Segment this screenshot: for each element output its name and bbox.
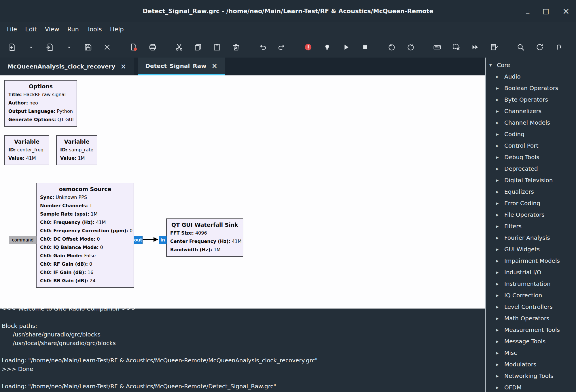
menu-item[interactable]: Tools xyxy=(83,24,106,35)
hook-arrow-button[interactable] xyxy=(553,41,565,53)
book-pencil-icon xyxy=(490,43,499,52)
menu-item[interactable]: View xyxy=(41,24,63,35)
tree-item[interactable]: ▸ Impairment Models xyxy=(486,255,576,267)
flowgraph-canvas[interactable]: Options Title:HackRF raw signal Author:n… xyxy=(0,75,485,309)
tree-item[interactable]: ▸ Measurement Tools xyxy=(486,324,576,336)
paste-button[interactable] xyxy=(211,41,223,53)
chevron-down-icon xyxy=(28,44,34,50)
tab-close-icon[interactable]: × xyxy=(120,63,126,70)
chevron-right-icon: ▸ xyxy=(496,292,501,298)
chevron-right-icon: ▸ xyxy=(496,166,501,172)
keyboard-button[interactable] xyxy=(431,41,443,53)
menu-item[interactable]: Run xyxy=(63,24,83,35)
new-file-dropdown-button[interactable] xyxy=(25,41,37,53)
tree-item[interactable]: ▸ Digital Television xyxy=(486,174,576,186)
screen-print-button[interactable] xyxy=(147,41,159,53)
copy-button[interactable] xyxy=(192,41,204,53)
tree-item[interactable]: ▸ Error Coding xyxy=(486,197,576,209)
fast-forward-button[interactable] xyxy=(469,41,481,53)
undo-button[interactable] xyxy=(257,41,269,53)
minimize-button[interactable]: _ xyxy=(526,6,529,14)
out-port[interactable]: out xyxy=(134,236,143,244)
chevron-right-icon: ▸ xyxy=(496,200,501,206)
execute-button[interactable] xyxy=(340,41,352,53)
tree-item[interactable]: ▸ Filters xyxy=(486,220,576,232)
toolbar xyxy=(0,37,576,58)
documentation-button[interactable] xyxy=(488,41,500,53)
variable-samp-rate-block[interactable]: Variable ID:samp_rate Value:1M xyxy=(56,135,97,165)
menu-item[interactable]: File xyxy=(3,24,21,35)
tree-item[interactable]: ▸ Byte Operators xyxy=(486,94,576,105)
lightbulb-button[interactable] xyxy=(321,41,333,53)
block-title: osmocom Source xyxy=(37,183,134,193)
tree-item[interactable]: ▸ Coding xyxy=(486,128,576,140)
main-area: McQueenAnalysis_clock_recovery × Detect_… xyxy=(0,58,576,392)
tree-item-label: Channelizers xyxy=(504,108,541,115)
tree-item[interactable]: ▸ Equalizers xyxy=(486,186,576,197)
close-button[interactable]: × xyxy=(562,7,570,16)
tree-item[interactable]: ▸ Instrumentation xyxy=(486,278,576,290)
open-file-dropdown-button[interactable] xyxy=(63,41,75,53)
osmocom-source-block[interactable]: osmocom Source Sync:Unknown PPS Number C… xyxy=(36,183,134,288)
tree-item[interactable]: ▸ Fourier Analysis xyxy=(486,232,576,243)
tree-item[interactable]: ▸ Debug Tools xyxy=(486,151,576,163)
block-param: Center Frequency (Hz):41M xyxy=(167,237,243,246)
command-message-port[interactable]: command xyxy=(9,236,37,244)
tree-item[interactable]: ▸ Deprecated xyxy=(486,163,576,174)
in-port[interactable]: in xyxy=(159,236,167,244)
block-library-panel: ▾ Core ▸ Audio ▸ Boolean Operators ▸ Byt… xyxy=(485,58,576,392)
tree-item[interactable]: ▸ Message Tools xyxy=(486,336,576,347)
menu-item[interactable]: Edit xyxy=(21,24,41,35)
tree-item[interactable]: ▸ IQ Correction xyxy=(486,290,576,301)
menu-item[interactable]: Help xyxy=(106,24,128,35)
block-param: Title:HackRF raw signal xyxy=(5,90,77,99)
tree-item[interactable]: ▸ File Operators xyxy=(486,209,576,220)
waterfall-sink-block[interactable]: QT GUI Waterfall Sink FFT Size:4096 Cent… xyxy=(166,218,243,257)
tree-item[interactable]: ▸ GUI Widgets xyxy=(486,243,576,255)
tree-root-core[interactable]: ▾ Core xyxy=(486,59,576,71)
tab-detect-signal-raw[interactable]: Detect_Signal_Raw × xyxy=(138,58,225,75)
tree-item[interactable]: ▸ Modulators xyxy=(486,359,576,370)
tree-item[interactable]: ▸ Boolean Operators xyxy=(486,82,576,94)
tree-item[interactable]: ▸ Level Controllers xyxy=(486,301,576,313)
tree-item-label: Message Tools xyxy=(504,338,545,345)
redo-button[interactable] xyxy=(276,41,288,53)
generate-flowgraph-button[interactable] xyxy=(128,41,140,53)
save-button[interactable] xyxy=(82,41,94,53)
open-file-button[interactable] xyxy=(44,41,56,53)
connection-arrow[interactable] xyxy=(143,235,158,243)
chevron-right-icon: ▸ xyxy=(496,338,501,344)
lightbulb-icon xyxy=(323,43,331,52)
tab-close-icon[interactable]: × xyxy=(212,62,217,69)
reload-blocks-button[interactable] xyxy=(534,41,546,53)
tab-mcqueenanalysis-clock-recovery[interactable]: McQueenAnalysis_clock_recovery × xyxy=(0,58,134,75)
tree-item[interactable]: ▸ Industrial I/O xyxy=(486,267,576,278)
tree-item[interactable]: ▸ Math Operators xyxy=(486,313,576,324)
new-file-button[interactable] xyxy=(6,41,18,53)
tree-item[interactable]: ▸ Channelizers xyxy=(486,105,576,117)
reload-cw-button[interactable] xyxy=(405,41,417,53)
close-tab-button[interactable] xyxy=(101,41,113,53)
tree-item-label: GUI Widgets xyxy=(504,246,540,253)
tree-item-label: Level Controllers xyxy=(504,303,553,310)
block-param: Sync:Unknown PPS xyxy=(37,193,134,201)
cut-button[interactable] xyxy=(173,41,185,53)
kill-button[interactable] xyxy=(359,41,371,53)
maximize-button[interactable]: □ xyxy=(543,7,549,15)
errors-button[interactable] xyxy=(302,41,314,53)
find-block-button[interactable] xyxy=(515,41,527,53)
variable-center-freq-block[interactable]: Variable ID:center_freq Value:41M xyxy=(4,135,49,165)
screen-capture-button[interactable] xyxy=(450,41,462,53)
tree-item[interactable]: ▸ Control Port xyxy=(486,140,576,151)
delete-button[interactable] xyxy=(230,41,242,53)
tree-item[interactable]: ▸ Misc xyxy=(486,347,576,359)
tree-item[interactable]: ▸ Networking Tools xyxy=(486,370,576,382)
editor-column: McQueenAnalysis_clock_recovery × Detect_… xyxy=(0,58,485,392)
tree-item[interactable]: ▸ Audio xyxy=(486,71,576,82)
options-block[interactable]: Options Title:HackRF raw signal Author:n… xyxy=(4,80,77,127)
tree-item[interactable]: ▸ Channel Models xyxy=(486,117,576,128)
tree-item-label: Impairment Models xyxy=(504,257,560,264)
reload-ccw-button[interactable] xyxy=(386,41,398,53)
tree-item[interactable]: ▸ OFDM xyxy=(486,382,576,392)
tree-item-label: Modulators xyxy=(504,361,536,368)
